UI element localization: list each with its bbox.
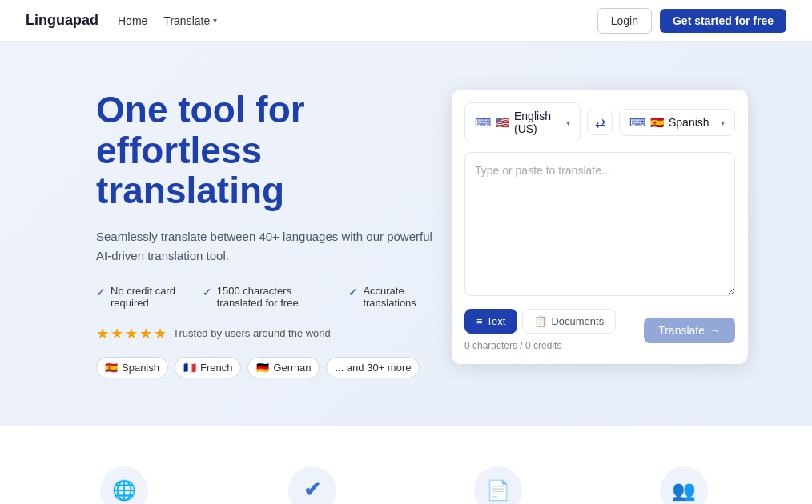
check-characters: ✓ 1500 characters translated for free: [203, 285, 333, 309]
source-lang-label: English (US): [514, 110, 561, 135]
chevron-down-icon: ▾: [213, 16, 217, 25]
star-rating: ★ ★ ★ ★ ★: [96, 325, 167, 342]
card-footer-left: ≡ Text 📋 Documents 0 characters / 0 cred…: [464, 309, 616, 351]
logo: Linguapad: [26, 12, 98, 29]
tab-documents[interactable]: 📋 Documents: [522, 309, 616, 334]
feature-multi-language: 🌐 Multi-Language Support Effortlessly tr…: [48, 466, 200, 504]
hero-section: One tool for effortless translating Seam…: [0, 42, 812, 426]
translate-target-icon: ⌨: [629, 116, 645, 129]
arrow-right-icon: →: [709, 324, 721, 337]
people-icon: 👥: [672, 479, 696, 502]
translate-button[interactable]: Translate →: [644, 318, 735, 343]
checkmark-icon: ✔: [303, 478, 321, 502]
hero-subtitle: Seamlessly translate between 40+ languag…: [96, 227, 432, 266]
hero-title: One tool for effortless translating: [96, 90, 432, 211]
check-no-credit-card: ✓ No credit card required: [96, 285, 187, 309]
target-language-selector[interactable]: ⌨ 🇪🇸 Spanish ▾: [619, 109, 735, 136]
spanish-flag: 🇪🇸: [105, 362, 118, 374]
nav-right: Login Get started for free: [597, 8, 786, 34]
swap-icon: ⇄: [595, 115, 605, 130]
multi-language-icon-wrap: 🌐: [100, 466, 148, 504]
globe-icon: 🌐: [112, 479, 136, 502]
check-accurate: ✓ Accurate translations: [348, 285, 432, 309]
hero-content: One tool for effortless translating Seam…: [96, 90, 432, 378]
star-3: ★: [125, 325, 138, 342]
tab-group: ≡ Text 📋 Documents: [464, 309, 616, 334]
target-flag: 🇪🇸: [650, 116, 664, 129]
documents-icon: 📋: [534, 315, 547, 327]
translate-source-icon: ⌨: [475, 116, 491, 129]
accuracy-icon-wrap: ✔: [288, 466, 336, 504]
lang-selector-row: ⌨ 🇺🇸 English (US) ▾ ⇄ ⌨ 🇪🇸 Spanish ▾: [464, 102, 735, 142]
nav-home[interactable]: Home: [118, 14, 147, 27]
target-lang-label: Spanish: [669, 116, 709, 129]
tab-text[interactable]: ≡ Text: [464, 309, 517, 334]
star-1: ★: [96, 325, 109, 342]
get-started-button[interactable]: Get started for free: [660, 9, 786, 33]
feature-real-people: 👥 Translate With Real People Need more c…: [604, 466, 764, 504]
lang-pill-more[interactable]: ... and 30+ more: [326, 357, 420, 378]
feature-ai-models: 📄 Latest AI Models Compare and contrast …: [424, 466, 572, 504]
french-flag: 🇫🇷: [183, 362, 196, 374]
login-button[interactable]: Login: [597, 8, 652, 34]
real-people-icon-wrap: 👥: [660, 466, 708, 504]
check-icon: ✓: [348, 286, 358, 298]
check-icon: ✓: [203, 286, 212, 298]
ai-models-icon-wrap: 📄: [474, 466, 522, 504]
features-section: 🌐 Multi-Language Support Effortlessly tr…: [0, 426, 812, 504]
language-pills: 🇪🇸 Spanish 🇫🇷 French 🇩🇪 German ... and 3…: [96, 357, 432, 378]
chevron-down-icon: ▾: [721, 118, 725, 127]
nav-translate[interactable]: Translate ▾: [163, 14, 217, 27]
star-4: ★: [139, 325, 152, 342]
char-info: 0 characters / 0 credits: [464, 340, 616, 351]
swap-languages-button[interactable]: ⇄: [587, 110, 613, 135]
german-flag: 🇩🇪: [256, 362, 269, 374]
navbar: Linguapad Home Translate ▾ Login Get sta…: [0, 0, 812, 42]
nav-links: Home Translate ▾: [118, 14, 217, 27]
source-language-selector[interactable]: ⌨ 🇺🇸 English (US) ▾: [464, 102, 581, 142]
text-icon: ≡: [476, 315, 483, 327]
translate-card: ⌨ 🇺🇸 English (US) ▾ ⇄ ⌨ 🇪🇸 Spanish ▾ ≡: [452, 90, 748, 364]
nav-left: Linguapad Home Translate ▾: [26, 12, 217, 29]
lang-pill-spanish[interactable]: 🇪🇸 Spanish: [96, 357, 168, 378]
check-icon: ✓: [96, 286, 106, 298]
source-flag: 🇺🇸: [496, 116, 509, 129]
star-5: ★: [154, 325, 167, 342]
card-footer: ≡ Text 📋 Documents 0 characters / 0 cred…: [464, 309, 735, 351]
chevron-down-icon: ▾: [566, 118, 570, 127]
feature-accuracy: ✔ Accuracy High-quality translations wit…: [232, 466, 392, 504]
stars-label: Trusted by users around the world: [173, 327, 331, 339]
lang-pill-french[interactable]: 🇫🇷 French: [175, 357, 241, 378]
star-2: ★: [111, 325, 123, 342]
lang-pill-german[interactable]: 🇩🇪 German: [247, 357, 320, 378]
hero-checks: ✓ No credit card required ✓ 1500 charact…: [96, 285, 432, 309]
stars-row: ★ ★ ★ ★ ★ Trusted by users around the wo…: [96, 325, 432, 342]
document-icon: 📄: [486, 479, 510, 502]
translation-input[interactable]: [464, 152, 735, 296]
